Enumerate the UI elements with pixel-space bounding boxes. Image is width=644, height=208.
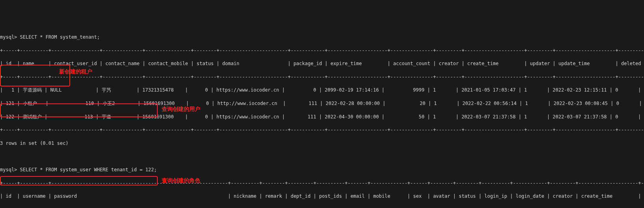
separator: +-----+----------+-----------------+----… [0, 74, 644, 81]
tenant-row: | 122 | 测试租户 | 113 | 芋道 | 15601691300 | … [0, 114, 644, 120]
separator: +-----+----------+----------------------… [0, 206, 644, 208]
sql-query-1: SELECT * FROM system_tenant; [20, 34, 100, 40]
separator: +-----+----------+-----------------+----… [0, 47, 644, 54]
summary: 3 rows in set (0.01 sec) [0, 140, 644, 147]
separator: +-----+----------+-----------------+----… [0, 127, 644, 133]
annotation-query-role: 查询创建的角色 [162, 177, 200, 185]
terminal-output: mysql> SELECT * FROM system_tenant; +---… [0, 27, 644, 208]
tenant-row: | 121 | 小租户 | 110 | 小王2 | 15601691300 | … [0, 100, 644, 107]
sql-query-2: SELECT * FROM system_user WHERE tenant_i… [20, 167, 157, 172]
annotation-new-tenant: 新创建的租户 [59, 68, 92, 76]
tenant-header: | id | name | contact_user_id | contact_… [0, 60, 644, 67]
prompt: mysql> [0, 167, 17, 172]
tenant-row: | 1 | 芋道源码 | NULL | 芋艿 | 17321315478 | 0… [0, 87, 644, 94]
annotation-query-user: 查询创建的用户 [162, 105, 200, 113]
blank [0, 153, 644, 160]
prompt: mysql> [0, 34, 17, 40]
query-line-1: mysql> SELECT * FROM system_tenant; [0, 34, 644, 41]
query-line-2: mysql> SELECT * FROM system_user WHERE t… [0, 167, 644, 173]
separator: +-----+----------+----------------------… [0, 180, 644, 187]
user-header: | id | username | password | nickname | … [0, 193, 644, 200]
